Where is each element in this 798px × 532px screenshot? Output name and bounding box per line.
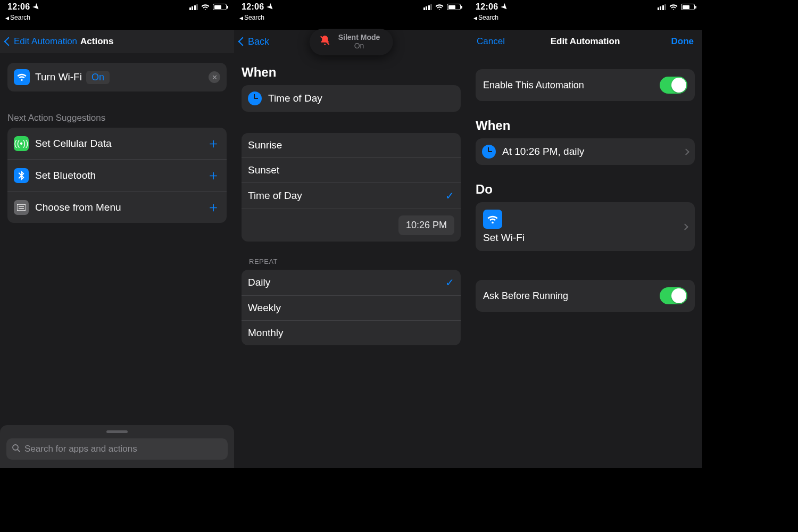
ask-label: Ask Before Running xyxy=(483,290,568,302)
clock-icon xyxy=(482,145,496,159)
location-arrow-icon: ➤ xyxy=(266,2,277,12)
option-label: Sunset xyxy=(248,164,279,176)
wifi-icon xyxy=(669,3,678,12)
bluetooth-icon xyxy=(14,168,29,183)
menu-icon xyxy=(14,200,29,215)
enable-toggle[interactable] xyxy=(660,77,687,94)
check-icon: ✓ xyxy=(445,276,454,289)
page-title: Actions xyxy=(80,36,113,47)
status-time: 12:06 xyxy=(7,2,30,12)
wifi-icon xyxy=(14,69,30,85)
time-option-sunrise[interactable]: Sunrise xyxy=(242,133,461,157)
repeat-daily[interactable]: Daily ✓ xyxy=(242,270,461,295)
status-bar: 12:06 ➤ xyxy=(234,0,468,14)
suggestions-header: Next Action Suggestions xyxy=(7,113,227,123)
chevron-right-icon xyxy=(683,148,689,155)
status-time: 12:06 xyxy=(242,2,264,12)
option-label: Sunrise xyxy=(248,139,282,151)
chevron-left-icon xyxy=(4,37,13,46)
chevron-left-icon xyxy=(238,37,247,46)
suggestion-label: Choose from Menu xyxy=(35,202,121,213)
suggestion-label: Set Bluetooth xyxy=(35,170,96,181)
signal-icon xyxy=(189,4,198,10)
action-state[interactable]: On xyxy=(86,71,110,84)
suggestion-choose-from-menu[interactable]: Choose from Menu ＋ xyxy=(7,191,227,223)
status-bar: 12:06 ➤ xyxy=(0,0,234,14)
suggestion-label: Set Cellular Data xyxy=(35,138,112,149)
add-icon[interactable]: ＋ xyxy=(206,134,220,153)
remove-action-button[interactable]: ✕ xyxy=(209,71,220,83)
enable-automation-row: Enable This Automation xyxy=(476,69,695,101)
option-label: Weekly xyxy=(248,302,281,314)
navbar: Cancel Edit Automation Done xyxy=(468,30,702,53)
when-header: When xyxy=(242,65,461,80)
action-label: Turn Wi-Fi xyxy=(35,71,82,83)
chevron-right-icon xyxy=(681,223,688,230)
enable-label: Enable This Automation xyxy=(483,80,584,91)
suggestion-set-bluetooth[interactable]: Set Bluetooth ＋ xyxy=(7,159,227,191)
option-label: Time of Day xyxy=(248,190,302,202)
check-icon: ✓ xyxy=(445,189,454,202)
signal-icon xyxy=(423,4,433,10)
battery-icon xyxy=(447,4,461,10)
cancel-button[interactable]: Cancel xyxy=(477,36,505,47)
silent-line1: Silent Mode xyxy=(338,33,380,41)
back-label: Edit Automation xyxy=(14,36,77,47)
wifi-icon xyxy=(435,3,444,12)
breadcrumb-back-app[interactable]: ◀Search xyxy=(0,14,234,24)
breadcrumb-back-app[interactable]: ◀Search xyxy=(468,14,702,24)
breadcrumb-back-app[interactable]: ◀Search xyxy=(234,14,468,24)
search-sheet[interactable]: Search for apps and actions xyxy=(0,425,234,468)
search-placeholder: Search for apps and actions xyxy=(24,444,137,454)
clock-icon xyxy=(248,92,262,105)
status-bar: 12:06 ➤ xyxy=(468,0,702,14)
time-option-sunset[interactable]: Sunset xyxy=(242,157,461,182)
location-arrow-icon: ➤ xyxy=(500,2,511,12)
option-label: Daily xyxy=(248,277,270,288)
back-button[interactable]: Back xyxy=(239,36,269,47)
trigger-row[interactable]: Time of Day xyxy=(242,85,461,112)
grabber-handle[interactable] xyxy=(106,430,128,433)
time-option-time-of-day[interactable]: Time of Day ✓ xyxy=(242,182,461,209)
ask-toggle[interactable] xyxy=(660,287,687,304)
current-action-card[interactable]: Turn Wi-Fi On ✕ xyxy=(7,63,227,92)
location-arrow-icon: ➤ xyxy=(32,2,43,12)
silent-mode-banner: Silent Mode On xyxy=(310,29,393,55)
search-input[interactable]: Search for apps and actions xyxy=(6,438,228,460)
trigger-label: Time of Day xyxy=(268,93,322,104)
repeat-caption: REPEAT xyxy=(249,257,461,265)
wifi-icon xyxy=(201,3,210,12)
time-picker-row: 10:26 PM xyxy=(242,209,461,242)
ask-before-running-row: Ask Before Running xyxy=(476,280,695,312)
wifi-icon xyxy=(483,210,502,229)
option-label: Monthly xyxy=(248,327,284,339)
add-icon[interactable]: ＋ xyxy=(206,198,220,217)
repeat-weekly[interactable]: Weekly xyxy=(242,295,461,320)
done-button[interactable]: Done xyxy=(671,36,694,47)
do-action-label: Set Wi-Fi xyxy=(483,232,525,244)
repeat-monthly[interactable]: Monthly xyxy=(242,320,461,345)
search-icon xyxy=(12,444,20,455)
battery-icon xyxy=(213,4,227,10)
status-time: 12:06 xyxy=(476,2,498,12)
silent-line2: On xyxy=(338,41,380,50)
when-value: At 10:26 PM, daily xyxy=(502,146,584,157)
battery-icon xyxy=(681,4,695,10)
when-header: When xyxy=(476,118,695,133)
do-header: Do xyxy=(476,182,695,197)
svg-line-4 xyxy=(18,450,20,452)
suggestion-set-cellular[interactable]: ((•)) Set Cellular Data ＋ xyxy=(7,128,227,159)
when-row[interactable]: At 10:26 PM, daily xyxy=(476,138,695,165)
back-label: Back xyxy=(248,36,269,47)
time-picker[interactable]: 10:26 PM xyxy=(398,215,454,235)
add-icon[interactable]: ＋ xyxy=(206,166,220,185)
back-button[interactable]: Edit Automation xyxy=(5,36,77,47)
navbar: Edit Automation Actions xyxy=(0,30,234,53)
cellular-icon: ((•)) xyxy=(14,136,29,151)
do-row[interactable]: Set Wi-Fi xyxy=(476,202,695,251)
svg-rect-0 xyxy=(17,204,26,211)
silent-bell-icon xyxy=(319,35,331,49)
signal-icon xyxy=(658,4,667,10)
